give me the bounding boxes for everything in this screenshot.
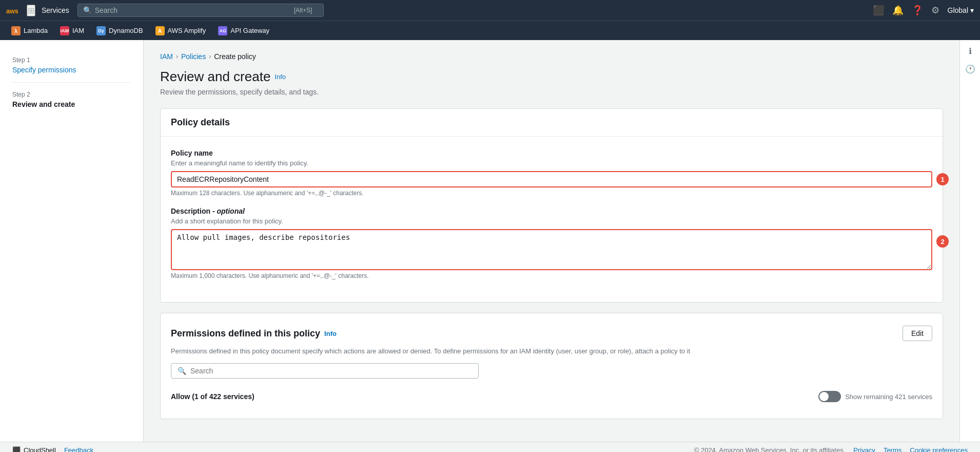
description-label: Description - optional — [171, 207, 932, 215]
breadcrumb-sep-2: › — [209, 53, 211, 60]
page-info-link[interactable]: Info — [275, 73, 286, 81]
description-hint: Add a short explanation for this policy. — [171, 217, 932, 225]
search-icon: 🔍 — [83, 6, 92, 14]
show-remaining-toggle[interactable] — [818, 391, 841, 402]
global-label: Global — [948, 6, 968, 14]
iam-label: IAM — [72, 27, 84, 34]
step-divider — [12, 82, 131, 83]
policy-name-input[interactable] — [171, 171, 932, 187]
dynamodb-label: DynamoDB — [109, 27, 143, 34]
edit-button[interactable]: Edit — [903, 326, 932, 341]
toggle-row: Show remaining 421 services — [818, 391, 932, 402]
policy-name-label: Policy name — [171, 149, 932, 157]
terms-link[interactable]: Terms — [884, 446, 901, 452]
question-icon[interactable]: ❓ — [912, 5, 923, 16]
search-shortcut: [Alt+S] — [294, 7, 312, 14]
main-layout: Step 1 Specify permissions Step 2 Review… — [0, 40, 980, 442]
info-panel-icon[interactable]: ℹ — [969, 46, 972, 56]
iam-icon: IAM — [60, 26, 69, 35]
cloudshell-icon: ⬛ — [12, 446, 21, 452]
amplify-label: AWS Amplify — [168, 27, 206, 34]
policy-name-group: Policy name Enter a meaningful name to i… — [171, 149, 932, 197]
page-title: Review and create Info — [160, 69, 943, 85]
footer: ⬛ CloudShell Feedback © 2024, Amazon Web… — [0, 442, 980, 452]
step-1-link[interactable]: Specify permissions — [12, 66, 76, 74]
permissions-desc: Permissions defined in this policy docum… — [171, 347, 932, 355]
global-region-button[interactable]: Global ▾ — [948, 6, 974, 14]
cloudshell-button[interactable]: ⬛ CloudShell — [12, 446, 56, 452]
allow-row: Allow (1 of 422 services) Show remaining… — [171, 387, 932, 406]
pinned-services-bar: λ Lambda IAM IAM Dy DynamoDB A AWS Ampli… — [0, 21, 980, 40]
policy-name-constraint: Maximum 128 characters. Use alphanumeric… — [171, 190, 932, 197]
permissions-body: Permissions defined in this policy Info … — [161, 313, 943, 419]
svg-text:aws: aws — [6, 8, 18, 15]
sidebar: Step 1 Specify permissions Step 2 Review… — [0, 40, 144, 442]
aws-logo[interactable]: aws — [6, 3, 21, 17]
lambda-icon: λ — [11, 26, 21, 35]
content-area: IAM › Policies › Create policy Review an… — [144, 40, 959, 442]
copyright-text: © 2024, Amazon Web Services, Inc. or its… — [694, 446, 846, 452]
right-panel: ℹ 🕐 — [959, 40, 980, 442]
breadcrumb: IAM › Policies › Create policy — [160, 52, 943, 61]
page-subtitle: Review the permissions, specify details,… — [160, 88, 943, 96]
allow-label: Allow (1 of 422 services) — [171, 392, 254, 401]
grid-menu-icon[interactable]: ⊞ — [27, 5, 35, 16]
sidebar-item-apigateway[interactable]: AG API Gateway — [213, 24, 275, 37]
lambda-label: Lambda — [24, 27, 48, 34]
amplify-icon: A — [155, 26, 165, 35]
services-button[interactable]: Services — [42, 6, 69, 14]
gear-icon[interactable]: ⚙ — [931, 5, 939, 16]
step-2-label: Step 2 — [12, 91, 131, 98]
description-textarea-row: Allow pull images, describe repositories… — [171, 229, 932, 270]
cloudshell-label: CloudShell — [24, 446, 56, 452]
sidebar-item-amplify[interactable]: A AWS Amplify — [150, 24, 211, 37]
page-title-text: Review and create — [160, 69, 270, 85]
permissions-card: Permissions defined in this policy Info … — [160, 313, 943, 419]
search-bar[interactable]: 🔍 [Alt+S] — [77, 4, 324, 17]
breadcrumb-sep-1: › — [176, 53, 178, 60]
sidebar-item-iam[interactable]: IAM IAM — [55, 24, 89, 37]
footer-left: ⬛ CloudShell Feedback — [12, 446, 93, 452]
feedback-link[interactable]: Feedback — [64, 446, 93, 452]
step-1-label: Step 1 — [12, 56, 131, 64]
description-group: Description - optional Add a short expla… — [171, 207, 932, 279]
search-input[interactable] — [95, 6, 290, 14]
policy-details-card: Policy details Policy name Enter a meani… — [160, 108, 943, 303]
cookie-preferences-link[interactable]: Cookie preferences — [910, 446, 968, 452]
description-textarea[interactable]: Allow pull images, describe repositories — [171, 229, 932, 270]
privacy-link[interactable]: Privacy — [853, 446, 875, 452]
dynamodb-icon: Dy — [96, 26, 106, 35]
apigateway-icon: AG — [218, 26, 227, 35]
nav-right-icons: ⬛ 🔔 ❓ ⚙ Global ▾ — [873, 5, 974, 16]
permissions-search-bar[interactable]: 🔍 — [171, 363, 479, 379]
breadcrumb-current: Create policy — [214, 52, 256, 61]
permissions-header: Permissions defined in this policy Info … — [171, 326, 932, 347]
sidebar-item-lambda[interactable]: λ Lambda — [6, 24, 53, 37]
permissions-title: Permissions defined in this policy Info — [171, 328, 337, 339]
footer-right: © 2024, Amazon Web Services, Inc. or its… — [694, 446, 968, 452]
clock-icon[interactable]: 🕐 — [965, 64, 975, 74]
permissions-search-input[interactable] — [190, 367, 472, 375]
permissions-info-link[interactable]: Info — [324, 330, 337, 337]
breadcrumb-iam[interactable]: IAM — [160, 52, 173, 61]
services-label: Services — [42, 6, 69, 14]
step-1-section: Step 1 Specify permissions — [0, 50, 143, 80]
breadcrumb-policies[interactable]: Policies — [181, 52, 206, 61]
badge-2: 2 — [936, 235, 949, 248]
description-constraint: Maximum 1,000 characters. Use alphanumer… — [171, 272, 932, 279]
step-2-section: Step 2 Review and create — [0, 85, 143, 115]
toggle-label: Show remaining 421 services — [845, 393, 932, 401]
policy-details-header: Policy details — [161, 109, 943, 137]
chevron-down-icon: ▾ — [970, 6, 974, 14]
badge-1: 1 — [936, 173, 949, 185]
top-navigation: aws ⊞ Services 🔍 [Alt+S] ⬛ 🔔 ❓ ⚙ Global … — [0, 0, 980, 21]
policy-details-body: Policy name Enter a meaningful name to i… — [161, 137, 943, 302]
description-label-suffix: - optional — [212, 207, 245, 215]
terminal-icon[interactable]: ⬛ — [873, 5, 884, 16]
policy-name-hint: Enter a meaningful name to identify this… — [171, 159, 932, 167]
bell-icon[interactable]: 🔔 — [892, 5, 904, 16]
apigateway-label: API Gateway — [230, 27, 269, 34]
step-2-current: Review and create — [12, 100, 131, 108]
permissions-search-icon: 🔍 — [178, 367, 186, 375]
sidebar-item-dynamodb[interactable]: Dy DynamoDB — [91, 24, 148, 37]
